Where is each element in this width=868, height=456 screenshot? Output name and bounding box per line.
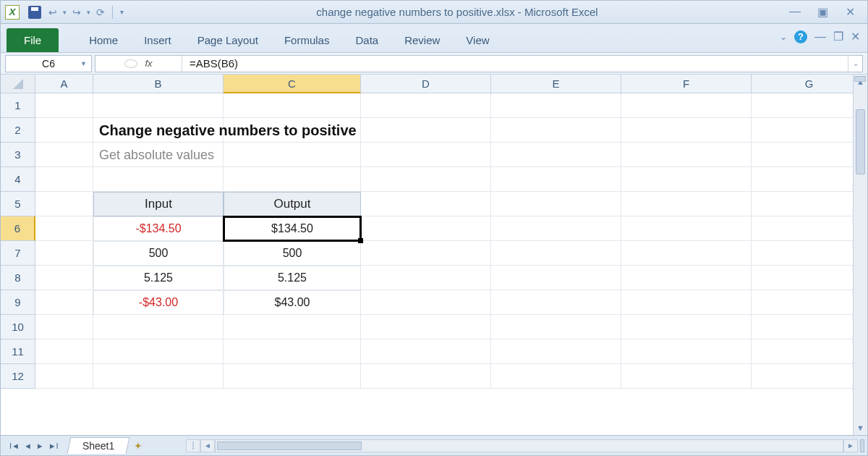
input-cell[interactable]: -$43.00	[93, 290, 224, 315]
cell[interactable]	[491, 364, 621, 389]
refresh-icon[interactable]: ⟳	[93, 7, 108, 18]
cell[interactable]	[361, 290, 491, 315]
cell[interactable]	[224, 315, 361, 339]
cell[interactable]	[35, 315, 93, 339]
tab-page-layout[interactable]: Page Layout	[184, 28, 271, 52]
cell[interactable]	[491, 143, 621, 167]
column-header-C[interactable]: C	[224, 75, 361, 93]
fx-icon[interactable]: fx	[145, 58, 152, 69]
formula-bar-expand-icon[interactable]: ⌄	[848, 56, 862, 72]
row-header-11[interactable]: 11	[1, 339, 35, 364]
cell[interactable]	[752, 93, 867, 118]
horizontal-scrollbar[interactable]: ┆ ◄ ►	[186, 439, 864, 452]
cell[interactable]	[491, 315, 621, 339]
cell[interactable]	[752, 241, 867, 266]
undo-button[interactable]: ↩	[46, 7, 60, 18]
cell[interactable]	[621, 192, 752, 216]
input-cell[interactable]: 500	[93, 241, 224, 266]
cell[interactable]	[361, 216, 491, 241]
row-header-4[interactable]: 4	[1, 167, 35, 192]
cell[interactable]	[621, 118, 752, 143]
close-button[interactable]: ✕	[843, 5, 857, 19]
cell[interactable]	[93, 364, 224, 389]
scroll-down-icon[interactable]: ▼	[854, 421, 867, 435]
cell[interactable]	[491, 192, 621, 216]
cell[interactable]	[93, 167, 224, 192]
cell[interactable]	[93, 93, 224, 118]
workbook-minimize-button[interactable]: —	[814, 30, 826, 43]
vertical-scrollbar[interactable]: ▲ ▼	[853, 75, 867, 435]
cell[interactable]	[621, 143, 752, 167]
row-header-2[interactable]: 2	[1, 118, 35, 143]
name-box[interactable]: C6	[5, 55, 92, 72]
cell[interactable]	[361, 364, 491, 389]
save-icon[interactable]	[28, 6, 41, 19]
input-cell[interactable]: 5.125	[93, 266, 224, 290]
cell[interactable]	[752, 364, 867, 389]
selection-handle[interactable]	[358, 238, 363, 243]
cell[interactable]	[224, 364, 361, 389]
title-cell[interactable]: Change negative numbers to positive	[93, 118, 527, 143]
maximize-button[interactable]: ▣	[815, 5, 830, 19]
tab-view[interactable]: View	[453, 28, 502, 52]
cell[interactable]	[621, 93, 752, 118]
cell[interactable]	[35, 93, 93, 118]
cell[interactable]	[35, 216, 93, 241]
output-cell[interactable]: 5.125	[224, 266, 361, 290]
output-cell[interactable]: 500	[224, 241, 361, 266]
cell[interactable]	[752, 266, 867, 290]
input-cell[interactable]: -$134.50	[93, 216, 224, 241]
minimize-button[interactable]: —	[788, 5, 802, 19]
help-icon[interactable]: ?	[794, 30, 807, 43]
cell[interactable]	[491, 93, 621, 118]
cell[interactable]	[35, 118, 93, 143]
sheet-nav-next-icon[interactable]: ►	[35, 440, 46, 452]
workbook-close-button[interactable]: ✕	[851, 30, 860, 43]
cell[interactable]	[35, 364, 93, 389]
cell[interactable]	[224, 93, 361, 118]
sheet-nav-first-icon[interactable]: I◄	[8, 440, 21, 452]
ribbon-minimize-icon[interactable]: ⌄	[780, 32, 787, 42]
column-header-F[interactable]: F	[621, 75, 752, 93]
hscroll-split-icon[interactable]: ┆	[186, 439, 200, 452]
column-header-E[interactable]: E	[491, 75, 621, 93]
cell[interactable]	[621, 266, 752, 290]
cell[interactable]	[752, 118, 867, 143]
output-cell[interactable]: $134.50	[224, 216, 361, 241]
row-header-6[interactable]: 6	[1, 216, 35, 241]
new-sheet-icon[interactable]: ✦	[134, 440, 142, 452]
vertical-split-handle[interactable]	[854, 76, 866, 82]
cell[interactable]	[752, 216, 867, 241]
cell[interactable]	[752, 339, 867, 364]
row-header-12[interactable]: 12	[1, 364, 35, 389]
undo-dropdown-icon[interactable]: ▾	[60, 9, 69, 16]
row-header-5[interactable]: 5	[1, 192, 35, 216]
select-all-corner[interactable]	[1, 75, 35, 93]
cell[interactable]	[35, 143, 93, 167]
row-header-8[interactable]: 8	[1, 266, 35, 290]
file-tab[interactable]: File	[7, 28, 59, 52]
cell[interactable]	[35, 266, 93, 290]
cell[interactable]	[93, 339, 224, 364]
cell[interactable]	[621, 290, 752, 315]
cell[interactable]	[491, 339, 621, 364]
cell[interactable]	[491, 266, 621, 290]
cell[interactable]	[491, 167, 621, 192]
cell[interactable]	[491, 290, 621, 315]
cell[interactable]	[35, 167, 93, 192]
scroll-right-icon[interactable]: ►	[843, 439, 858, 452]
cell[interactable]	[491, 216, 621, 241]
scroll-left-icon[interactable]: ◄	[200, 439, 215, 452]
column-header-G[interactable]: G	[752, 75, 867, 93]
row-header-9[interactable]: 9	[1, 290, 35, 315]
cell[interactable]	[752, 290, 867, 315]
cell[interactable]	[361, 315, 491, 339]
cells-area[interactable]: Change negative numbers to positiveGet a…	[35, 93, 867, 436]
row-header-3[interactable]: 3	[1, 143, 35, 167]
redo-button[interactable]: ↪	[69, 7, 84, 18]
tab-home[interactable]: Home	[76, 28, 131, 52]
sheet-nav-prev-icon[interactable]: ◄	[22, 440, 33, 452]
sheet-tab[interactable]: Sheet1	[67, 437, 129, 454]
cell[interactable]	[621, 339, 752, 364]
cell[interactable]	[752, 192, 867, 216]
